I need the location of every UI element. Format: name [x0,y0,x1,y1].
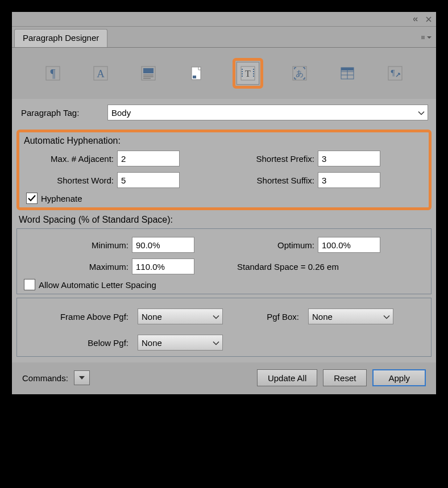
svg-rect-13 [341,68,354,70]
standard-space-text: Standard Space = 0.26 em [233,262,339,272]
hyphenation-section: Automatic Hyphenation: Max. # Adjacent: … [16,130,432,210]
below-pgf-dropdown[interactable] [138,335,223,351]
hyphenate-label: Hyphenate [41,194,82,203]
reset-button[interactable]: Reset [323,369,367,386]
shortest-suffix-input[interactable] [318,172,380,188]
minimum-label: Minimum: [24,240,132,250]
maximum-label: Maximum: [24,262,132,272]
below-pgf-label: Below Pgf: [24,338,132,348]
tab-paragraph-designer[interactable]: Paragraph Designer [14,29,107,47]
shortest-prefix-label: Shortest Prefix: [233,154,318,164]
optimum-label: Optimum: [233,240,318,250]
font-icon[interactable]: A [89,62,112,85]
svg-text:¶: ¶ [50,67,55,80]
max-adjacent-input[interactable] [117,151,180,166]
pagination-icon[interactable]: T [237,62,259,85]
asian-icon[interactable]: あ [288,62,311,85]
allow-letter-spacing-checkbox[interactable] [24,279,35,290]
shortest-prefix-input[interactable] [318,151,380,166]
update-all-button[interactable]: Update All [257,369,317,386]
close-icon[interactable] [426,16,432,22]
frame-above-label: Frame Above Pgf: [24,312,132,322]
max-adjacent-label: Max. # Adjacent: [26,154,117,164]
svg-rect-5 [143,68,154,73]
minimum-input[interactable] [132,237,194,253]
optimum-input[interactable] [318,237,380,253]
word-spacing-section: Minimum: Optimum: Maximum: Standard Spac… [16,228,432,294]
tablecell-icon[interactable] [336,62,359,85]
shortest-word-input[interactable] [117,172,180,188]
word-spacing-title: Word Spacing (% of Standard Space): [19,215,173,224]
frames-section: Frame Above Pgf: Pgf Box: Below Pgf: [16,298,432,357]
maximum-input[interactable] [132,258,194,274]
hyphenation-title: Automatic Hyphenation: [22,136,123,146]
chevron-down-icon [79,376,85,379]
pagination-highlight: T [233,58,263,89]
commands-label: Commands: [22,373,68,383]
svg-text:T: T [245,69,251,78]
paragraph-tag-dropdown[interactable] [107,105,428,120]
titlebar [12,12,436,27]
svg-text:¶: ¶ [391,68,395,77]
basic-icon[interactable]: ¶ [42,62,64,85]
paragraph-tag-label: Paragraph Tag: [20,108,107,118]
property-iconbar: ¶ A T あ ¶ [12,48,436,99]
panel-menu-icon[interactable] [421,32,432,42]
svg-text:A: A [97,68,105,80]
button-bar: Commands: Update All Reset Apply [12,362,436,394]
page-icon[interactable] [185,62,208,85]
svg-text:あ: あ [296,69,304,78]
svg-rect-7 [193,76,196,78]
pgf-box-dropdown[interactable] [308,308,393,324]
paragraph-designer-window: Paragraph Designer ¶ A T あ [11,11,437,395]
shortest-suffix-label: Shortest Suffix: [233,176,318,185]
shortest-word-label: Shortest Word: [26,176,117,185]
direction-icon[interactable]: ¶ [384,62,406,85]
collapse-icon[interactable] [413,16,421,22]
main-panel: Paragraph Tag: Automatic Hyphenation: Ma… [12,99,436,362]
allow-letter-spacing-label: Allow Automatic Letter Spacing [39,280,156,290]
hyphenate-checkbox[interactable] [26,193,38,204]
commands-dropdown[interactable] [74,370,90,385]
shading-icon[interactable] [137,62,160,85]
frame-above-dropdown[interactable] [138,308,223,324]
pgf-box-label: Pgf Box: [229,312,302,322]
tab-bar: Paragraph Designer [12,27,436,48]
apply-button[interactable]: Apply [372,369,426,386]
